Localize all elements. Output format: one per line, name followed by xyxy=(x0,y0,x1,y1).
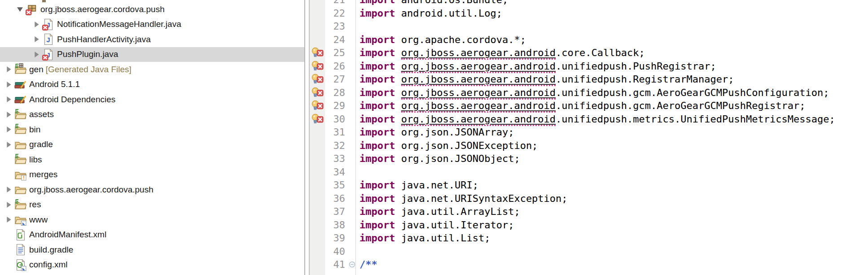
code-line-25[interactable]: 25import org.jboss.aerogear.android.core… xyxy=(310,46,868,60)
chevron-collapsed-icon[interactable] xyxy=(3,123,14,135)
code-line-31[interactable]: 31import org.json.JSONArray; xyxy=(310,126,868,139)
arrow-spacer xyxy=(3,169,14,181)
code-text: import org.jboss.aerogear.android.unifie… xyxy=(355,73,868,86)
unresolved-import-error-text: org.jboss.aerogear.android xyxy=(401,74,556,86)
java-file-error-icon xyxy=(42,48,54,61)
code-line-22[interactable]: 22import android.util.Log; xyxy=(310,7,868,20)
chevron-expanded-icon[interactable] xyxy=(14,3,26,15)
chevron-collapsed-icon[interactable] xyxy=(3,93,14,105)
error-quickfix-marker-icon[interactable] xyxy=(311,74,324,85)
tree-item-folder-assets[interactable]: assets xyxy=(0,107,304,122)
marker-gutter-cell xyxy=(310,139,325,153)
tree-item-file-androidmanifest-xml[interactable]: AndroidManifest.xml xyxy=(0,227,304,243)
error-quickfix-marker-icon[interactable] xyxy=(311,61,324,72)
tree-item-folder-gen[interactable]: gen[Generated Java Files] xyxy=(0,62,304,77)
tree-item-label: merges xyxy=(29,170,57,179)
code-line-41[interactable]: 41/** xyxy=(310,258,868,271)
code-text: import java.net.URI; xyxy=(355,179,868,192)
tree-item-folder-res[interactable]: res xyxy=(0,197,304,213)
unresolved-import-error-text: org.jboss.aerogear.android xyxy=(401,47,556,60)
fold-gutter-cell xyxy=(348,126,355,139)
code-line-27[interactable]: 27import org.jboss.aerogear.android.unif… xyxy=(310,73,868,86)
tree-item-label: Android 5.1.1 xyxy=(29,79,80,89)
marker-gutter-cell xyxy=(310,258,325,271)
chevron-collapsed-icon[interactable] xyxy=(3,199,14,211)
marker-gutter-cell xyxy=(310,7,325,20)
fold-gutter-cell xyxy=(348,113,355,126)
code-line-39[interactable]: 39import java.util.List; xyxy=(310,231,868,245)
package-explorer-tree: org.jboss.aerogear.cordova.pushNotificat… xyxy=(0,0,304,275)
tree-item-library-android-dependencies[interactable]: Android Dependencies xyxy=(0,92,304,107)
code-text: import org.json.JSONException; xyxy=(355,139,868,153)
code-line-34[interactable]: 34 xyxy=(310,166,868,179)
code-line-23[interactable]: 23 xyxy=(310,20,868,33)
code-text: import org.jboss.aerogear.android.core.C… xyxy=(355,46,868,60)
chevron-collapsed-icon[interactable] xyxy=(3,183,14,196)
tree-item-folder-merges[interactable]: merges xyxy=(0,167,304,183)
tree-item-folder-www[interactable]: www xyxy=(0,212,304,227)
chevron-collapsed-icon[interactable] xyxy=(3,63,14,75)
tree-item-label: PushHandlerActivity.java xyxy=(57,35,151,44)
chevron-collapsed-icon[interactable] xyxy=(3,214,14,226)
line-number: 32 xyxy=(325,139,348,153)
line-number: 37 xyxy=(325,205,348,218)
code-line-37[interactable]: 37import java.util.ArrayList; xyxy=(310,205,868,218)
tree-item-folder-libs[interactable]: libs xyxy=(0,152,304,167)
code-line-26[interactable]: 26import org.jboss.aerogear.android.unif… xyxy=(310,60,868,73)
tree-item-folder-gradle[interactable]: gradle xyxy=(0,137,304,153)
line-number: 36 xyxy=(325,192,348,205)
tree-item-suffix: [Generated Java Files] xyxy=(46,65,132,74)
tree-item-folder-org-jboss-aerogear-cordova-push[interactable]: org.jboss.aerogear.cordova.push xyxy=(0,182,304,197)
fold-gutter-cell xyxy=(348,231,355,245)
code-line-35[interactable]: 35import java.net.URI; xyxy=(310,179,868,192)
error-quickfix-marker-icon[interactable] xyxy=(311,87,324,98)
line-number: 31 xyxy=(325,126,348,139)
code-text: import java.util.List; xyxy=(355,231,868,245)
line-number: 23 xyxy=(325,20,348,33)
code-line-33[interactable]: 33import org.json.JSONObject; xyxy=(310,152,868,166)
marker-gutter-cell xyxy=(310,20,325,33)
tree-item-label: gen xyxy=(29,65,44,74)
code-text: import org.jboss.aerogear.android.unifie… xyxy=(355,60,868,73)
code-line-21[interactable]: 21import android.os.Bundle; xyxy=(310,0,868,7)
code-line-30[interactable]: 30import org.jboss.aerogear.android.unif… xyxy=(310,113,868,126)
code-text: import org.json.JSONObject; xyxy=(355,152,868,166)
code-line-40[interactable]: 40 xyxy=(310,245,868,258)
tree-item-label: Android Dependencies xyxy=(29,95,115,105)
fold-gutter-cell xyxy=(348,166,355,179)
code-line-24[interactable]: 24import org.apache.cordova.*; xyxy=(310,33,868,47)
tree-item-file-pushplugin-java[interactable]: PushPlugin.java xyxy=(0,47,304,62)
tree-item-package-org-jboss-aerogear-cordova-push[interactable]: org.jboss.aerogear.cordova.push xyxy=(0,2,304,17)
partial-row-above-fragment xyxy=(42,0,46,2)
code-lines-container: 21import android.os.Bundle;22import andr… xyxy=(310,0,868,271)
chevron-collapsed-icon[interactable] xyxy=(31,48,42,61)
folder-icon xyxy=(14,139,26,151)
chevron-collapsed-icon[interactable] xyxy=(31,33,42,45)
code-line-36[interactable]: 36import java.net.URISyntaxException; xyxy=(310,192,868,205)
tree-item-library-android-5-1-1[interactable]: Android 5.1.1 xyxy=(0,77,304,92)
tree-item-file-pushhandleractivity-java[interactable]: PushHandlerActivity.java xyxy=(0,32,304,47)
fold-gutter-cell xyxy=(348,245,355,258)
chevron-collapsed-icon[interactable] xyxy=(3,139,14,151)
code-line-38[interactable]: 38import java.util.Iterator; xyxy=(310,218,868,232)
chevron-collapsed-icon[interactable] xyxy=(31,18,42,31)
tree-item-label: config.xml xyxy=(29,260,68,270)
chevron-collapsed-icon[interactable] xyxy=(3,79,14,91)
code-text: import android.util.Log; xyxy=(355,7,868,20)
source-folder-icon xyxy=(14,109,26,121)
code-line-32[interactable]: 32import org.json.JSONException; xyxy=(310,139,868,153)
fold-collapse-icon[interactable] xyxy=(349,261,355,268)
tree-item-folder-bin[interactable]: bin xyxy=(0,122,304,137)
tree-item-file-config-xml[interactable]: config.xml xyxy=(0,258,304,273)
tree-item-file-notificationmessagehandler-java[interactable]: NotificationMessageHandler.java xyxy=(0,17,304,32)
tree-item-label: org.jboss.aerogear.cordova.push xyxy=(40,4,165,14)
code-line-28[interactable]: 28import org.jboss.aerogear.android.unif… xyxy=(310,86,868,100)
panel-resize-divider[interactable] xyxy=(304,0,310,275)
code-line-29[interactable]: 29import org.jboss.aerogear.android.unif… xyxy=(310,99,868,113)
error-quickfix-marker-icon[interactable] xyxy=(311,113,324,125)
tree-item-file-build-gradle[interactable]: build.gradle xyxy=(0,242,304,258)
error-quickfix-marker-icon[interactable] xyxy=(311,100,324,111)
error-quickfix-marker-icon[interactable] xyxy=(311,47,324,58)
chevron-collapsed-icon[interactable] xyxy=(3,109,14,121)
code-text: import org.jboss.aerogear.android.unifie… xyxy=(355,86,868,100)
